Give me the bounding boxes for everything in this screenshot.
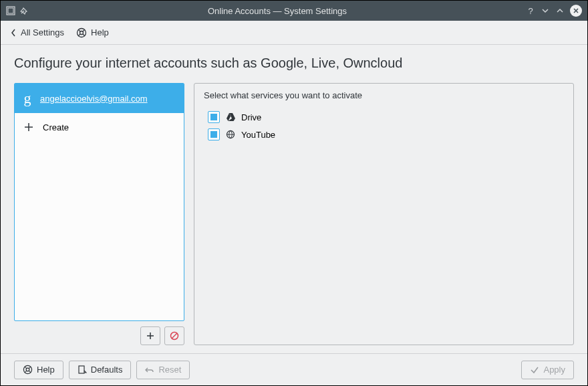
remove-account-button[interactable] bbox=[164, 326, 184, 345]
window-title: Online Accounts — System Settings bbox=[29, 6, 526, 16]
window: Online Accounts — System Settings ? All … bbox=[0, 0, 588, 386]
service-row-drive[interactable]: Drive bbox=[204, 108, 564, 126]
check-icon bbox=[530, 365, 539, 375]
minimize-icon[interactable] bbox=[541, 6, 550, 15]
globe-icon bbox=[225, 129, 236, 140]
content: Configure your internet accounts such as… bbox=[1, 45, 587, 353]
svg-point-7 bbox=[26, 368, 29, 371]
add-account-button[interactable] bbox=[140, 326, 160, 345]
service-row-youtube[interactable]: YouTube bbox=[204, 126, 564, 143]
document-restore-icon bbox=[78, 365, 87, 375]
forbidden-icon bbox=[169, 330, 180, 341]
app-menu-icon[interactable] bbox=[6, 6, 15, 15]
help-button-label: Help bbox=[37, 365, 55, 375]
list-buttons bbox=[14, 326, 184, 345]
service-label: Drive bbox=[241, 112, 261, 122]
toolbar: All Settings Help bbox=[1, 21, 587, 45]
reset-button: Reset bbox=[136, 361, 190, 379]
all-settings-button[interactable]: All Settings bbox=[10, 27, 64, 37]
account-label: angelaccioelvis@gmail.com bbox=[40, 94, 148, 104]
undo-icon bbox=[145, 365, 154, 375]
checkbox-youtube[interactable] bbox=[208, 128, 220, 140]
footer: Help Defaults Reset Apply bbox=[1, 353, 587, 385]
plus-icon bbox=[146, 331, 155, 341]
toolbar-help-button[interactable]: Help bbox=[76, 27, 109, 38]
services-heading: Select what services you want to activat… bbox=[204, 90, 564, 100]
defaults-button[interactable]: Defaults bbox=[69, 361, 132, 379]
checkbox-drive[interactable] bbox=[208, 111, 220, 123]
google-icon: g bbox=[21, 90, 33, 106]
svg-point-3 bbox=[80, 31, 84, 34]
defaults-button-label: Defaults bbox=[91, 365, 123, 375]
titlebar: Online Accounts — System Settings ? bbox=[1, 1, 587, 21]
maximize-icon[interactable] bbox=[555, 6, 565, 15]
panes: g angelaccioelvis@gmail.com Create bbox=[14, 83, 574, 345]
lifebuoy-icon bbox=[23, 365, 33, 375]
reset-button-label: Reset bbox=[158, 365, 181, 375]
account-item-google[interactable]: g angelaccioelvis@gmail.com bbox=[15, 84, 184, 113]
page-heading: Configure your internet accounts such as… bbox=[14, 56, 574, 71]
help-titlebar-icon[interactable]: ? bbox=[526, 6, 535, 15]
toolbar-help-label: Help bbox=[91, 27, 109, 37]
svg-rect-1 bbox=[8, 8, 13, 13]
apply-button: Apply bbox=[521, 361, 574, 379]
plus-icon bbox=[21, 120, 36, 134]
create-account-item[interactable]: Create bbox=[15, 113, 184, 141]
svg-rect-8 bbox=[79, 366, 84, 373]
help-button[interactable]: Help bbox=[14, 361, 63, 379]
pin-icon[interactable] bbox=[19, 6, 29, 15]
accounts-pane: g angelaccioelvis@gmail.com Create bbox=[14, 83, 184, 345]
account-list[interactable]: g angelaccioelvis@gmail.com Create bbox=[14, 83, 184, 321]
apply-button-label: Apply bbox=[543, 365, 565, 375]
services-pane: Select what services you want to activat… bbox=[194, 83, 574, 345]
close-button[interactable] bbox=[570, 5, 582, 17]
all-settings-label: All Settings bbox=[21, 27, 64, 37]
create-label: Create bbox=[43, 122, 69, 132]
drive-icon bbox=[225, 112, 236, 122]
service-label: YouTube bbox=[241, 130, 275, 140]
chevron-left-icon bbox=[10, 28, 17, 37]
lifebuoy-icon bbox=[76, 27, 87, 38]
